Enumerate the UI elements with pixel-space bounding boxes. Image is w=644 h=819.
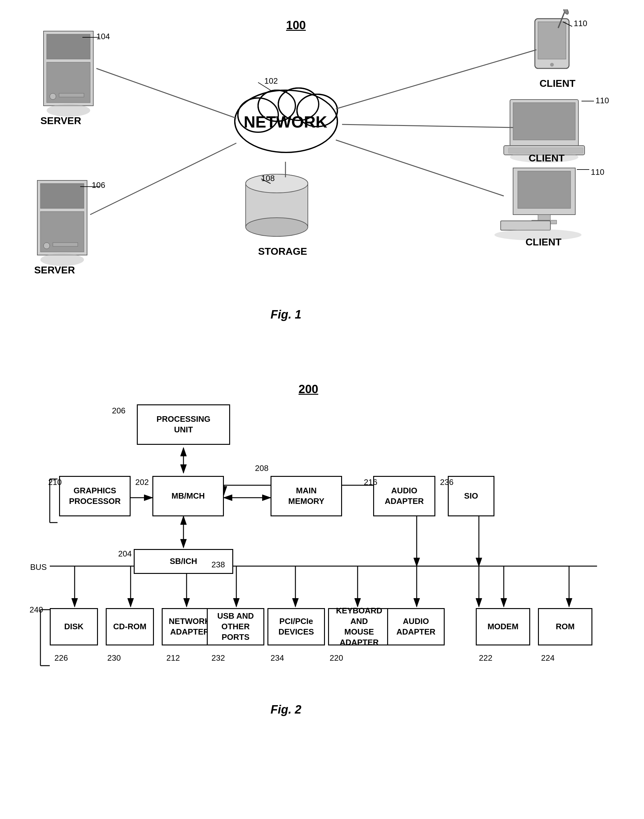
page: 100 NETWORK [0,0,644,819]
svg-point-7 [238,98,278,132]
bus-label: BUS [30,562,47,572]
svg-rect-25 [246,184,308,227]
graphics-processor-box: GRAPHICS PROCESSOR [59,476,130,516]
svg-point-3 [278,88,319,120]
fig1-caption: Fig. 1 [271,308,301,321]
ref-110c: 110 [591,167,604,177]
ref-102: 102 [264,76,278,86]
ref-236: 236 [440,477,453,487]
ref-210: 210 [48,477,61,487]
ref-212: 212 [166,653,180,663]
svg-rect-20 [40,212,84,252]
svg-rect-22 [53,242,78,246]
svg-rect-38 [513,168,575,215]
svg-rect-34 [513,103,575,140]
svg-line-48 [342,124,513,127]
ref-204: 204 [118,549,132,559]
svg-line-45 [90,143,236,215]
svg-rect-14 [47,62,90,103]
modem-box: MODEM [476,608,530,646]
client-bottom-label: CLIENT [526,236,561,248]
svg-rect-19 [40,184,84,209]
svg-rect-40 [538,215,550,221]
ref-206: 206 [112,406,125,416]
ref-232: 232 [212,653,225,663]
rom-box: ROM [538,608,592,646]
sio-box: SIO [448,476,494,516]
svg-rect-28 [535,18,569,68]
usb-ports-box: USB AND OTHER PORTS [207,608,264,646]
svg-point-21 [43,242,50,249]
ref-106: 106 [92,180,105,190]
svg-point-30 [550,63,554,67]
svg-line-49 [336,140,504,196]
svg-text:NETWORK: NETWORK [244,113,327,131]
svg-rect-5 [242,117,330,154]
svg-point-2 [258,90,295,121]
svg-rect-16 [59,93,84,97]
fig1-diagram: 100 NETWORK [0,9,644,367]
svg-point-4 [297,94,337,127]
disk-box: DISK [50,608,98,646]
cd-rom-box: CD-ROM [106,608,154,646]
fig2-caption: Fig. 2 [271,703,301,716]
svg-point-17 [47,104,90,117]
ref-216: 216 [364,477,377,487]
svg-rect-13 [47,34,90,59]
svg-line-47 [336,50,537,109]
svg-point-0 [235,90,337,152]
svg-rect-39 [518,171,570,209]
audio-adapter-box: AUDIO ADAPTER [373,476,435,516]
svg-point-24 [246,174,308,193]
audio-adapter-lower-box: AUDIO ADAPTER [387,608,445,646]
ref-226: 226 [54,653,68,663]
ref-222: 222 [479,653,492,663]
svg-rect-18 [37,180,87,255]
server-top-label: SERVER [40,115,81,127]
mb-mch-box: MB/MCH [152,476,224,516]
fig1-title: 100 [286,18,306,32]
ref-104: 104 [97,32,110,41]
ref-110a: 110 [574,18,587,28]
pci-devices-box: PCI/PCIe DEVICES [267,608,325,646]
client-top-label: CLIENT [540,78,576,89]
svg-rect-41 [532,220,557,224]
fig2-title: 200 [299,383,318,396]
ref-240: 240 [29,605,43,615]
fig2-diagram: 200 [0,373,644,802]
keyboard-mouse-box: KEYBOARD AND MOUSE ADAPTER [328,608,390,646]
ref-110b: 110 [595,96,609,106]
svg-point-27 [246,174,308,193]
client-mid-label: CLIENT [529,152,565,164]
ref-208: 208 [255,463,268,473]
svg-point-10 [297,94,337,127]
svg-point-15 [50,93,56,100]
processing-unit-box: PROCESSING UNIT [137,404,230,445]
svg-point-1 [238,98,278,132]
svg-rect-42 [501,221,550,230]
fig2-svg [0,373,644,802]
main-memory-box: MAIN MEMORY [271,476,342,516]
ref-238: 238 [212,560,225,569]
svg-line-31 [558,12,564,28]
server-bottom-label: SERVER [34,264,75,276]
ref-224: 224 [541,653,554,663]
svg-line-44 [97,68,236,118]
svg-point-32 [563,9,569,15]
ref-108: 108 [261,173,274,183]
svg-rect-29 [538,22,566,59]
svg-point-23 [40,253,84,266]
ref-234: 234 [271,653,284,663]
svg-rect-12 [43,31,93,106]
svg-line-54 [563,22,572,26]
ref-230: 230 [107,653,121,663]
svg-point-8 [258,90,295,121]
ref-202: 202 [135,477,149,487]
svg-point-6 [235,90,337,152]
svg-rect-33 [510,100,578,146]
ref-220: 220 [330,653,343,663]
storage-label: STORAGE [258,246,307,257]
svg-point-26 [246,218,308,236]
svg-point-9 [278,88,319,120]
